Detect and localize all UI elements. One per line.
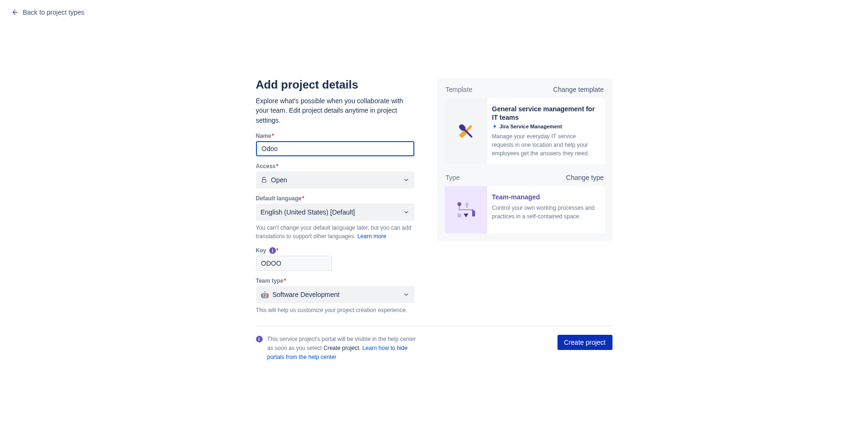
arrow-left-icon [11, 9, 19, 16]
info-icon[interactable]: i [269, 247, 276, 254]
name-label: Name* [256, 133, 414, 139]
page-title: Add project details [256, 78, 414, 91]
teamtype-value: Software Development [273, 291, 340, 298]
wrench-screwdriver-icon [456, 121, 476, 142]
language-select[interactable]: English (United States) [Default] [256, 204, 414, 221]
chevron-down-icon [403, 209, 410, 215]
access-select[interactable]: Open [256, 171, 414, 188]
svg-point-4 [457, 202, 461, 206]
access-value: Open [271, 176, 287, 184]
back-link-label: Back to project types [23, 9, 84, 16]
name-input[interactable] [256, 141, 414, 156]
language-value: English (United States) [Default] [261, 208, 355, 216]
svg-rect-7 [457, 214, 461, 217]
template-card-title: General service management for IT teams [492, 105, 598, 122]
change-template-link[interactable]: Change template [553, 86, 604, 93]
svg-rect-1 [262, 179, 265, 182]
type-thumbnail [445, 186, 487, 233]
teamtype-label: Team type* [256, 278, 414, 284]
language-learn-more-link[interactable]: Learn more [357, 233, 386, 240]
page-subtitle: Explore what's possible when you collabo… [256, 96, 414, 125]
svg-rect-6 [472, 211, 475, 216]
create-project-button[interactable]: Create project [557, 335, 612, 350]
teamtype-helper: This will help us customize your project… [256, 306, 414, 314]
back-to-project-types-link[interactable]: Back to project types [11, 9, 84, 16]
template-card-product: Jira Service Management [492, 124, 598, 129]
change-type-link[interactable]: Change type [566, 174, 603, 181]
access-label: Access* [256, 163, 414, 170]
template-panel-label: Template [446, 86, 473, 93]
robot-icon: 🤖 [261, 291, 269, 298]
team-managed-icon [456, 200, 476, 219]
teamtype-select[interactable]: 🤖 Software Development [256, 286, 414, 303]
type-card[interactable]: Team-managed Control your own working pr… [445, 186, 605, 233]
template-card-desc: Manage your everyday IT service requests… [492, 132, 598, 158]
type-panel-label: Type [446, 174, 460, 181]
template-card[interactable]: General service management for IT teams … [445, 98, 605, 164]
template-thumbnail [445, 98, 487, 164]
lock-open-icon [261, 177, 267, 183]
language-label: Default language* [256, 195, 414, 202]
svg-point-5 [466, 203, 468, 206]
footer-info-text: This service project's portal will be vi… [267, 335, 417, 361]
key-input[interactable] [256, 256, 332, 271]
type-card-desc: Control your own working processes and p… [492, 204, 598, 221]
language-helper: You can't change your default language l… [256, 224, 414, 241]
jsm-lightning-icon [492, 124, 498, 129]
svg-marker-8 [464, 214, 468, 217]
chevron-down-icon [403, 177, 410, 183]
info-icon: i [256, 336, 263, 342]
type-card-title: Team-managed [492, 193, 598, 201]
key-label: Key i* [256, 247, 414, 254]
chevron-down-icon [403, 291, 410, 298]
